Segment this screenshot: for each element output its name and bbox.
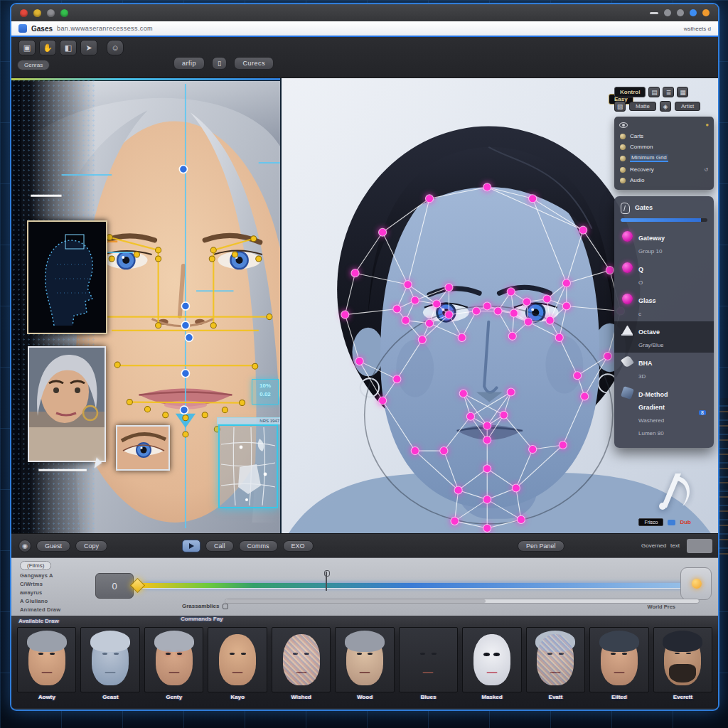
landmark-dot[interactable]	[379, 228, 387, 236]
landmark-dot[interactable]	[525, 318, 532, 326]
landmark-dot[interactable]	[445, 284, 453, 291]
gradient-slider-track[interactable]	[141, 583, 702, 588]
landmark-dot[interactable]	[508, 332, 516, 340]
wireframe-head-inset[interactable]	[27, 220, 107, 334]
landmark-dot[interactable]	[411, 447, 419, 455]
tool-item[interactable]: D-Method Gradient Washered Lumen 80 8	[621, 384, 707, 441]
curecs-button[interactable]: Curecs	[234, 57, 274, 70]
landmark-dot[interactable]	[507, 388, 515, 396]
eye-icon[interactable]	[619, 122, 628, 128]
device-icon-button[interactable]: ▯	[212, 57, 227, 70]
hand-tool-icon[interactable]: ✋	[39, 40, 56, 55]
landmark-dot[interactable]	[411, 296, 419, 304]
pen-panel-button[interactable]: Pen Panel	[518, 540, 564, 552]
blue-landmark-dot[interactable]	[180, 406, 188, 414]
landmark-dot[interactable]	[543, 295, 551, 303]
playhead-pin[interactable]	[326, 572, 327, 591]
landmark-dot[interactable]	[459, 390, 467, 397]
slider-value-box[interactable]: 0	[95, 573, 134, 599]
address-bar[interactable]: Gases ban.wwwaseranrecessess.com wstheet…	[11, 21, 718, 37]
face-thumbnail[interactable]	[208, 627, 267, 692]
landmark-dot[interactable]	[581, 392, 589, 400]
landmark-dot[interactable]	[529, 446, 537, 454]
blue-landmark-dot[interactable]	[181, 370, 189, 378]
matte-chip[interactable]: Matte	[629, 102, 656, 111]
document-icon[interactable]: ▤	[648, 87, 660, 97]
timeline-scrollbar[interactable]	[225, 599, 700, 604]
corner-block[interactable]	[687, 539, 712, 553]
landmark-dot[interactable]	[483, 436, 491, 444]
landmark-dot[interactable]	[606, 267, 614, 274]
face-thumbnail[interactable]	[526, 627, 585, 692]
landmark-dot[interactable]	[472, 307, 480, 315]
zoom-traffic-light[interactable]	[60, 9, 68, 17]
stack-icon[interactable]: ≣	[663, 87, 674, 97]
landmark-dot[interactable]	[425, 195, 433, 203]
yellow-landmark-dot[interactable]	[144, 407, 150, 412]
face-thumbnail[interactable]	[589, 627, 648, 692]
landmark-dot[interactable]	[517, 515, 525, 523]
tool-item[interactable]: Q O	[621, 259, 707, 290]
yellow-landmark-dot[interactable]	[209, 256, 215, 262]
landmark-dot[interactable]	[562, 302, 570, 310]
landmark-dot[interactable]	[500, 411, 508, 419]
landmark-dot[interactable]	[433, 300, 441, 308]
yellow-landmark-dot[interactable]	[114, 362, 120, 368]
face-tool-icon[interactable]: ☺	[107, 40, 124, 55]
yellow-landmark-dot[interactable]	[156, 256, 161, 262]
face-thumbnail[interactable]	[272, 627, 331, 692]
call-button[interactable]: Call	[205, 540, 234, 552]
layer-item[interactable]: Recovery↺	[619, 164, 709, 175]
tool-item-selected[interactable]: Octave Gray/Blue	[614, 321, 714, 353]
landmark-dot[interactable]	[523, 298, 530, 306]
landmark-dot[interactable]	[507, 288, 515, 296]
comms-button[interactable]: Comms	[239, 540, 278, 552]
landmark-dot[interactable]	[451, 517, 459, 525]
blue-landmark-dot[interactable]	[181, 321, 189, 329]
landmark-dot[interactable]	[546, 316, 554, 324]
scrollbar-thumb[interactable]	[225, 599, 486, 603]
tool-item[interactable]: Gateway Group 10	[621, 228, 707, 259]
yellow-landmark-dot[interactable]	[156, 323, 161, 328]
image-icon[interactable]: ▧	[614, 101, 626, 112]
landmark-dot[interactable]	[483, 465, 491, 473]
yellow-landmark-dot[interactable]	[256, 256, 262, 262]
guest-button[interactable]: Guest	[36, 540, 70, 552]
landmark-dot[interactable]	[355, 358, 363, 365]
lock-icon[interactable]: ●	[705, 122, 709, 128]
portrait-reference-inset[interactable]	[28, 346, 106, 462]
landmark-dot[interactable]	[574, 372, 582, 380]
landmark-dot[interactable]	[393, 305, 401, 313]
yellow-landmark-dot[interactable]	[210, 247, 216, 253]
close-traffic-light[interactable]	[20, 9, 28, 17]
yellow-landmark-dot[interactable]	[202, 412, 208, 418]
landmark-dot[interactable]	[483, 422, 491, 429]
landmark-dot[interactable]	[555, 333, 563, 341]
kontrol-button[interactable]: Kontrol	[614, 87, 646, 97]
yellow-landmark-dot[interactable]	[183, 432, 188, 437]
face-thumbnail[interactable]	[653, 627, 712, 692]
yellow-landmark-dot[interactable]	[222, 407, 228, 413]
landmark-dot[interactable]	[483, 496, 491, 503]
face-thumbnail[interactable]	[80, 627, 139, 692]
diamond-icon[interactable]: ◈	[660, 101, 671, 112]
crop-tool-icon[interactable]: ◧	[60, 40, 77, 55]
overview-icon[interactable]	[677, 9, 684, 16]
landmark-dot[interactable]	[351, 269, 359, 277]
yellow-landmark-dot[interactable]	[267, 314, 272, 320]
eye-closeup-inset[interactable]	[116, 425, 170, 471]
yellow-landmark-dot[interactable]	[252, 363, 258, 369]
landmark-dot[interactable]	[341, 311, 349, 318]
minimize-traffic-light[interactable]	[33, 9, 41, 17]
select-tool-icon[interactable]: ▣	[18, 40, 36, 55]
yellow-landmark-dot[interactable]	[183, 415, 188, 421]
copy-button[interactable]: Copy	[75, 540, 107, 552]
deform-grid-panel[interactable]: NRS 1947	[218, 424, 278, 508]
blue-landmark-dot[interactable]	[181, 302, 189, 310]
blue-landmark-dot[interactable]	[179, 165, 187, 173]
landmark-dot[interactable]	[604, 353, 611, 360]
genras-pill-button[interactable]: Genras	[17, 60, 50, 70]
yellow-landmark-dot[interactable]	[232, 252, 237, 257]
slider-end-cap[interactable]	[680, 567, 712, 600]
grid-icon[interactable]: ▦	[677, 87, 688, 97]
